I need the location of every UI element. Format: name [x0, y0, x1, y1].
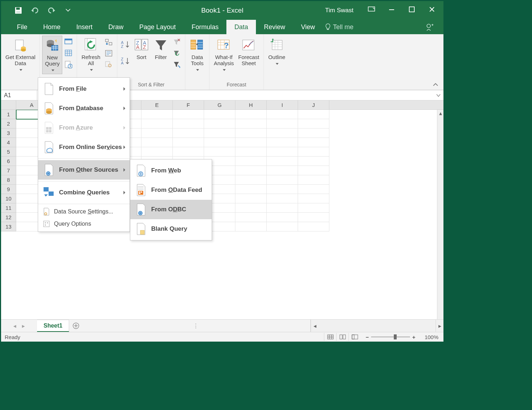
zoom-track[interactable]	[371, 337, 410, 337]
cell[interactable]	[204, 119, 235, 129]
cell[interactable]	[173, 147, 204, 157]
tab-split-handle[interactable]: ⋮	[192, 320, 199, 332]
row-header[interactable]: 7	[1, 166, 16, 175]
normal-view-button[interactable]	[324, 333, 336, 341]
col-header[interactable]: I	[267, 100, 298, 109]
share-button[interactable]	[422, 20, 438, 34]
cell[interactable]	[267, 185, 298, 194]
prev-sheet-icon[interactable]: ◂	[13, 323, 16, 329]
row-header[interactable]: 12	[1, 213, 16, 222]
sheet-nav[interactable]: ◂ ▸	[1, 320, 37, 332]
tab-draw[interactable]: Draw	[100, 20, 131, 34]
cell[interactable]	[235, 166, 267, 175]
cell[interactable]	[267, 213, 298, 222]
whatif-button[interactable]: ? What-If Analysis	[212, 36, 236, 73]
col-header[interactable]: E	[141, 100, 173, 109]
cell[interactable]	[204, 110, 235, 119]
cell[interactable]	[141, 147, 173, 157]
row-header[interactable]: 2	[1, 119, 16, 129]
cell[interactable]	[173, 138, 204, 147]
tab-file[interactable]: File	[9, 20, 35, 34]
cell[interactable]	[298, 129, 329, 138]
cell[interactable]	[204, 138, 235, 147]
cell[interactable]	[267, 166, 298, 175]
scroll-up-button[interactable]: ▴	[437, 110, 443, 116]
cell[interactable]	[298, 166, 329, 175]
hscroll-track[interactable]	[319, 320, 436, 332]
cell[interactable]	[298, 222, 329, 231]
advanced-filter-button[interactable]	[172, 59, 182, 69]
sort-asc-button[interactable]: AZ	[121, 39, 131, 49]
tab-review[interactable]: Review	[256, 20, 293, 34]
row-header[interactable]: 8	[1, 175, 16, 185]
new-sheet-button[interactable]	[69, 320, 83, 332]
refresh-all-button[interactable]: Refresh All	[79, 36, 103, 73]
col-header[interactable]: J	[298, 100, 329, 109]
cell[interactable]	[235, 147, 267, 157]
tab-pagelayout[interactable]: Page Layout	[131, 20, 184, 34]
cell[interactable]	[235, 213, 267, 222]
zoom-in-button[interactable]: +	[410, 334, 418, 340]
scroll-left-button[interactable]: ◂	[311, 320, 319, 332]
new-query-button[interactable]: New Query	[42, 36, 62, 74]
undo-button[interactable]	[29, 5, 41, 16]
cell[interactable]	[298, 110, 329, 119]
cell[interactable]	[267, 157, 298, 166]
menu-blank-query[interactable]: Blank Query	[130, 219, 212, 239]
menu-from-odata[interactable]: From OData Feed	[130, 180, 212, 200]
cell[interactable]	[204, 129, 235, 138]
menu-combine-queries[interactable]: Combine Queries	[38, 183, 130, 202]
menu-from-file[interactable]: From File	[38, 79, 130, 99]
sort-desc-button[interactable]: ZA	[121, 56, 131, 66]
cell[interactable]	[235, 203, 267, 213]
cell[interactable]	[298, 185, 329, 194]
cell[interactable]	[267, 138, 298, 147]
outline-button[interactable]: Outline	[266, 36, 288, 67]
cell[interactable]	[235, 157, 267, 166]
reapply-filter-button[interactable]	[172, 48, 182, 58]
get-external-data-button[interactable]: Get External Data	[3, 36, 37, 73]
name-box[interactable]: A1	[1, 90, 37, 100]
connections-button[interactable]	[104, 37, 114, 47]
row-header[interactable]: 13	[1, 222, 16, 231]
menu-from-web[interactable]: From Web	[130, 161, 212, 180]
cell[interactable]	[267, 110, 298, 119]
cell[interactable]	[173, 129, 204, 138]
cell[interactable]	[267, 147, 298, 157]
scroll-right-button[interactable]: ▸	[436, 320, 443, 332]
col-header[interactable]: F	[173, 100, 204, 109]
redo-button[interactable]	[46, 5, 57, 16]
tab-data[interactable]: Data	[226, 20, 256, 34]
tell-me-box[interactable]: Tell me	[325, 20, 353, 34]
row-header[interactable]: 4	[1, 138, 16, 147]
zoom-out-button[interactable]: −	[364, 334, 371, 340]
menu-from-online[interactable]: From Online Services	[38, 138, 130, 157]
cell[interactable]	[298, 175, 329, 185]
forecast-sheet-button[interactable]: Forecast Sheet	[236, 36, 261, 67]
zoom-slider[interactable]: − +	[364, 334, 418, 340]
vertical-scrollbar[interactable]: ▴	[437, 110, 443, 319]
page-break-view-button[interactable]	[348, 333, 361, 341]
col-header[interactable]: H	[235, 100, 267, 109]
sort-button[interactable]: ZAAZ Sort	[132, 36, 151, 61]
minimize-button[interactable]	[382, 1, 402, 18]
cell[interactable]	[235, 222, 267, 231]
cell[interactable]	[235, 175, 267, 185]
next-sheet-icon[interactable]: ▸	[22, 323, 25, 329]
cell[interactable]	[298, 194, 329, 203]
cell[interactable]	[173, 110, 204, 119]
zoom-thumb[interactable]	[394, 334, 397, 339]
cell[interactable]	[298, 147, 329, 157]
cell[interactable]	[267, 175, 298, 185]
menu-query-options[interactable]: Query Options	[38, 218, 130, 230]
cell[interactable]	[141, 138, 173, 147]
ribbon-display-button[interactable]	[361, 1, 382, 18]
menu-from-other-sources[interactable]: From Other Sources	[38, 160, 130, 180]
tab-view[interactable]: View	[293, 20, 323, 34]
cell[interactable]	[298, 138, 329, 147]
cell[interactable]	[267, 222, 298, 231]
cell[interactable]	[235, 129, 267, 138]
cell[interactable]	[298, 213, 329, 222]
cell[interactable]	[235, 138, 267, 147]
cell[interactable]	[235, 110, 267, 119]
